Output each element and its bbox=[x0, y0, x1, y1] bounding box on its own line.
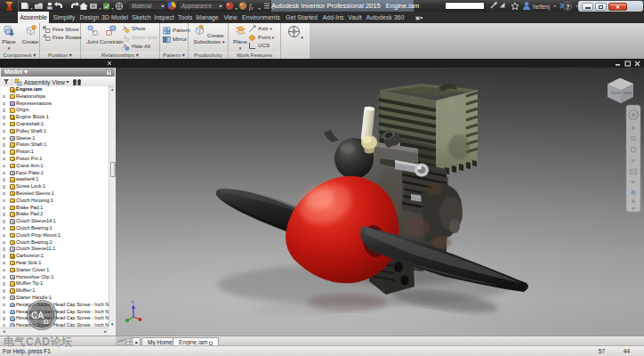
svg-text:D: D bbox=[44, 318, 49, 326]
svg-text:FRONT: FRONT bbox=[611, 92, 621, 95]
svg-text:Appearance: Appearance bbox=[181, 3, 212, 10]
svg-text:fx: fx bbox=[249, 3, 254, 11]
svg-text:?: ? bbox=[566, 3, 570, 11]
svg-text:Assembly View: Assembly View bbox=[24, 79, 65, 86]
svg-text:helfenj: helfenj bbox=[533, 4, 550, 11]
svg-text:CA: CA bbox=[31, 311, 44, 320]
svg-text:RIGHT: RIGHT bbox=[624, 92, 632, 95]
svg-text:z: z bbox=[132, 300, 134, 304]
svg-text:Material: Material bbox=[132, 3, 152, 9]
